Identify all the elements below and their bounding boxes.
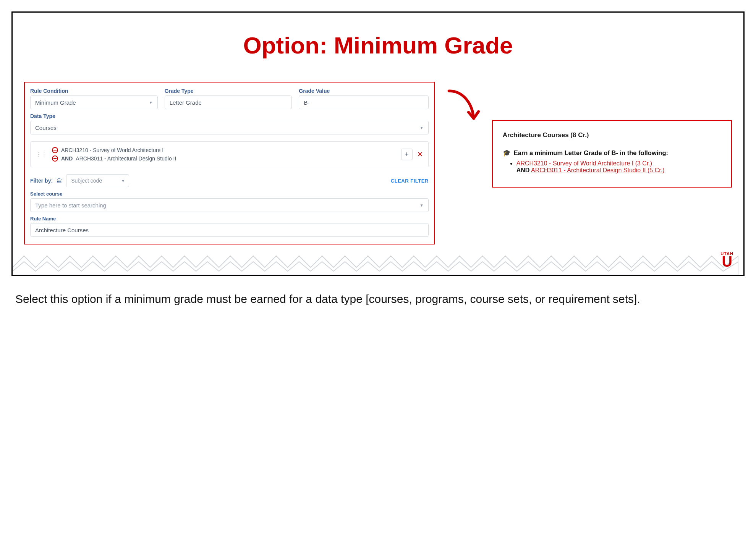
subject-code-placeholder: Subject code: [71, 178, 102, 184]
rule-condition-value: Minimum Grade: [35, 99, 76, 106]
rule-name-label: Rule Name: [30, 216, 429, 222]
course-link[interactable]: ARCH3011 - Architectural Design Studio I…: [531, 167, 664, 173]
utah-logo: UTAH U: [720, 251, 733, 267]
institution-icon: 🏛: [57, 178, 62, 184]
preview-heading: Architecture Courses (8 Cr.): [503, 131, 721, 139]
utah-logo-u: U: [720, 256, 733, 267]
requirement-preview-panel: Architecture Courses (8 Cr.) 🎓 Earn a mi…: [492, 120, 732, 188]
slide-title: Option: Minimum Grade: [13, 13, 743, 82]
rule-name-value: Architecture Courses: [35, 227, 89, 233]
arrow-icon: [446, 87, 481, 129]
course-text: ARCH3011 - Architectural Design Studio I…: [76, 155, 176, 162]
course-text: ARCH3210 - Survey of World Architecture …: [61, 147, 164, 153]
chevron-down-icon: ▼: [420, 203, 424, 207]
mountain-pattern-icon: [13, 248, 738, 275]
slide-frame: Option: Minimum Grade Rule Condition Min…: [11, 11, 745, 276]
course-line: AND ARCH3011 - Architectural Design Stud…: [52, 155, 397, 162]
course-rule-block: ARCH3210 - Survey of World Architecture …: [30, 141, 429, 167]
grade-type-select[interactable]: Letter Grade: [165, 95, 292, 109]
rule-condition-select[interactable]: Minimum Grade ▼: [30, 95, 158, 109]
course-link[interactable]: ARCH3210 - Survey of World Architecture …: [516, 160, 652, 167]
grade-type-value: Letter Grade: [170, 99, 202, 106]
filter-by-label: Filter by:: [30, 178, 53, 184]
content-row: Rule Condition Minimum Grade ▼ Grade Typ…: [13, 82, 743, 244]
graduation-cap-icon: 🎓: [503, 149, 511, 157]
earn-statement: Earn a minimum Letter Grade of B- in the…: [514, 149, 668, 157]
grade-value-label: Grade Value: [299, 88, 428, 94]
requirement-list: ARCH3210 - Survey of World Architecture …: [516, 160, 721, 174]
rule-name-input[interactable]: Architecture Courses: [30, 223, 429, 237]
rule-form-panel: Rule Condition Minimum Grade ▼ Grade Typ…: [24, 82, 435, 244]
data-type-label: Data Type: [30, 113, 429, 119]
operator-and: AND: [61, 155, 73, 162]
grade-value-input[interactable]: B-: [299, 95, 428, 109]
course-line: ARCH3210 - Survey of World Architecture …: [52, 147, 397, 153]
drag-handle-icon[interactable]: [36, 153, 47, 155]
remove-course-icon[interactable]: [52, 155, 58, 162]
grade-value-value: B-: [304, 99, 309, 106]
operator-and: AND: [516, 167, 530, 173]
requirement-item: ARCH3210 - Survey of World Architecture …: [516, 160, 721, 174]
add-course-button[interactable]: +: [401, 149, 413, 160]
course-search-input[interactable]: Type here to start searching ▼: [30, 198, 429, 212]
subject-code-select[interactable]: Subject code ▼: [66, 174, 129, 187]
chevron-down-icon: ▼: [420, 126, 424, 130]
remove-course-icon[interactable]: [52, 147, 58, 153]
arrow-column: [446, 82, 481, 131]
clear-filter-button[interactable]: CLEAR FILTER: [391, 178, 429, 184]
rule-condition-label: Rule Condition: [30, 88, 158, 94]
chevron-down-icon: ▼: [121, 179, 125, 183]
data-type-value: Courses: [35, 125, 57, 131]
select-course-label: Select course: [30, 191, 429, 197]
slide-caption: Select this option if a minimum grade mu…: [11, 291, 745, 311]
chevron-down-icon: ▼: [149, 100, 153, 105]
delete-block-button[interactable]: ✕: [417, 150, 423, 159]
grade-type-label: Grade Type: [165, 88, 292, 94]
course-search-placeholder: Type here to start searching: [35, 202, 106, 209]
footer-band: UTAH U: [13, 245, 743, 275]
data-type-select[interactable]: Courses ▼: [30, 121, 429, 134]
